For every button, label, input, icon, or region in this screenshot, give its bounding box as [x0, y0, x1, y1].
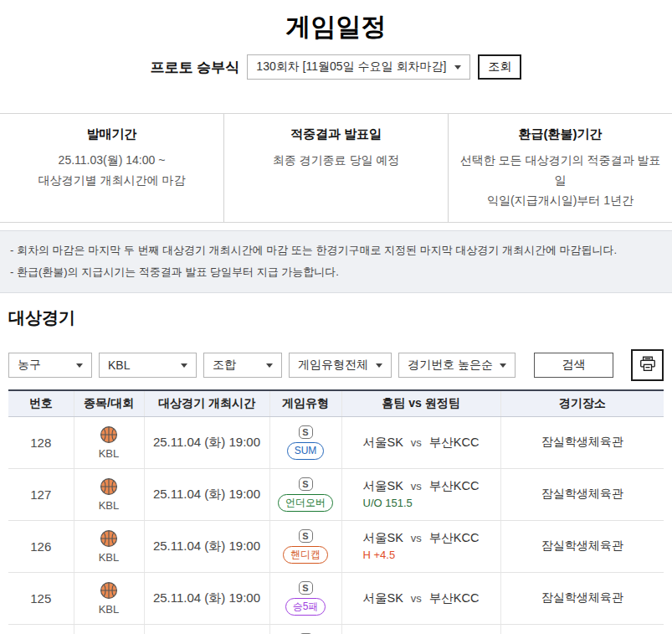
game-type-filter-value: 게임유형전체 — [298, 358, 368, 373]
sort-order-value: 경기번호 높은순 — [408, 358, 493, 373]
single-s-mark-icon: S — [299, 425, 313, 439]
basketball-icon — [100, 581, 118, 602]
venue: 잠실학생체육관 — [500, 572, 664, 624]
home-team: 서울SK — [363, 591, 403, 605]
game-type-filter-select[interactable]: 게임유형전체 — [289, 353, 392, 378]
info-panel-line: 25.11.03(월) 14:00 ~ — [7, 150, 217, 170]
info-panel-result-date: 적중결과 발표일 최종 경기종료 당일 예정 — [223, 114, 448, 222]
header-teams: 홈팀 vs 원정팀 — [341, 390, 500, 416]
filter-bar: 농구 KBL 조합 게임유형전체 경기번호 높은순 검색 — [8, 349, 664, 381]
game-number: 124 — [8, 624, 74, 634]
game-time: 25.11.04 (화) 19:00 — [144, 416, 269, 468]
game-time: 25.11.04 (화) 19:00 — [144, 624, 269, 634]
table-row: 127 KBL 25.11.04 (화) 19:00 S 언더오버 — [8, 468, 664, 520]
info-panel-line: 대상경기별 개최시간에 마감 — [7, 170, 217, 190]
info-panel-line: 선택한 모든 대상경기의 적중결과 발표일 — [455, 150, 665, 190]
table-row: 125 KBL 25.11.04 (화) 19:00 S 승5패 — [8, 572, 664, 624]
printer-icon — [639, 356, 656, 374]
combination-filter-select[interactable]: 조합 — [203, 353, 282, 378]
round-selector-bar: 프로토 승부식 130회차 [11월05일 수요일 회차마감] 조회 — [0, 54, 672, 80]
games-table: 번호 종목/대회 대상경기 개최시간 게임유형 홈팀 vs 원정팀 경기장소 1… — [8, 389, 664, 634]
game-type-badge: 핸디캡 — [283, 546, 328, 564]
vs-label: vs — [411, 480, 422, 492]
round-select[interactable]: 130회차 [11월05일 수요일 회차마감] — [247, 54, 470, 80]
info-panel-line: 익일(지급개시일)부터 1년간 — [455, 190, 665, 210]
league-label: KBL — [99, 552, 120, 563]
info-panel-title: 환급(환불)기간 — [455, 126, 665, 142]
notice-box: - 회차의 마감은 마지막 두 번째 대상경기 개최시간에 마감 또는 한경기구… — [0, 230, 672, 293]
notice-line: - 환급(환불)의 지급시기는 적중결과 발표 당일부터 지급 가능합니다. — [10, 261, 662, 283]
chevron-down-icon — [454, 65, 461, 70]
header-venue: 경기장소 — [500, 390, 664, 416]
single-s-mark-icon: S — [299, 529, 313, 543]
chevron-down-icon — [266, 363, 273, 368]
handicap-value: U/O 151.5 — [363, 497, 480, 509]
chevron-down-icon — [500, 363, 506, 368]
sport-filter-value: 농구 — [18, 358, 41, 373]
info-panel-refund-period: 환급(환불)기간 선택한 모든 대상경기의 적중결과 발표일 익일(지급개시일)… — [448, 114, 672, 222]
away-team: 부산KCC — [429, 479, 480, 492]
table-row: 124 KBL 25.11.04 (화) 19:00 S 일반 — [8, 624, 664, 634]
vs-label: vs — [411, 592, 422, 605]
home-team: 서울SK — [363, 479, 403, 492]
info-panel-line: 최종 경기종료 당일 예정 — [231, 150, 441, 170]
game-type-badge: SUM — [287, 442, 325, 460]
league-label: KBL — [99, 500, 120, 511]
chevron-down-icon — [76, 363, 83, 368]
away-team: 부산KCC — [429, 591, 480, 605]
chevron-down-icon — [376, 363, 382, 368]
game-number: 126 — [8, 520, 74, 572]
game-time: 25.11.04 (화) 19:00 — [144, 520, 269, 572]
combination-filter-value: 조합 — [213, 358, 236, 373]
page-title: 게임일정 — [0, 0, 672, 44]
league-label: KBL — [99, 448, 120, 459]
league-filter-select[interactable]: KBL — [99, 353, 197, 378]
game-type-badge: 승5패 — [285, 598, 326, 616]
notice-line: - 회차의 마감은 마지막 두 번째 대상경기 개최시간에 마감 또는 한경기구… — [10, 240, 662, 261]
single-s-mark-icon: S — [299, 581, 313, 595]
basketball-icon — [100, 529, 118, 550]
basketball-icon — [100, 477, 118, 498]
venue: 잠실학생체육관 — [500, 520, 664, 572]
basketball-icon — [100, 425, 118, 446]
venue: 잠실학생체육관 — [500, 468, 664, 520]
header-sport: 종목/대회 — [74, 390, 144, 416]
handicap-value: H +4.5 — [363, 549, 480, 561]
game-type-badge: 언더오버 — [278, 494, 333, 512]
round-select-value: 130회차 [11월05일 수요일 회차마감] — [256, 59, 446, 75]
info-strip: 발매기간 25.11.03(월) 14:00 ~ 대상경기별 개최시간에 마감 … — [0, 113, 672, 223]
info-panel-title: 적중결과 발표일 — [231, 126, 441, 142]
target-games-heading: 대상경기 — [8, 307, 672, 329]
table-row: 126 KBL 25.11.04 (화) 19:00 S 핸디캡 — [8, 520, 664, 572]
vs-label: vs — [411, 532, 422, 544]
game-number: 125 — [8, 572, 74, 624]
league-filter-value: KBL — [108, 358, 130, 372]
game-time: 25.11.04 (화) 19:00 — [144, 468, 269, 520]
sport-filter-select[interactable]: 농구 — [8, 353, 92, 378]
game-number: 128 — [8, 416, 74, 468]
header-number: 번호 — [8, 390, 74, 416]
info-panel-sale-period: 발매기간 25.11.03(월) 14:00 ~ 대상경기별 개최시간에 마감 — [0, 114, 223, 222]
single-s-mark-icon: S — [299, 477, 313, 491]
away-team: 부산KCC — [429, 531, 480, 544]
away-team: 부산KCC — [429, 436, 480, 449]
vs-label: vs — [411, 436, 422, 449]
game-number: 127 — [8, 468, 74, 520]
venue: 잠실학생체육관 — [500, 624, 664, 634]
round-selector-label: 프로토 승부식 — [151, 58, 240, 77]
header-time: 대상경기 개최시간 — [144, 390, 269, 416]
game-time: 25.11.04 (화) 19:00 — [144, 572, 269, 624]
inquiry-button[interactable]: 조회 — [478, 54, 521, 80]
table-row: 128 KBL 25.11.04 (화) 19:00 S SUM — [8, 416, 664, 468]
league-label: KBL — [99, 604, 120, 615]
print-button[interactable] — [631, 349, 664, 381]
header-game-type: 게임유형 — [269, 390, 341, 416]
info-panel-title: 발매기간 — [7, 126, 217, 142]
sort-order-select[interactable]: 경기번호 높은순 — [398, 353, 516, 378]
search-button[interactable]: 검색 — [534, 353, 613, 378]
chevron-down-icon — [181, 363, 187, 368]
table-header-row: 번호 종목/대회 대상경기 개최시간 게임유형 홈팀 vs 원정팀 경기장소 — [8, 390, 664, 416]
home-team: 서울SK — [363, 531, 403, 544]
venue: 잠실학생체육관 — [500, 416, 664, 468]
home-team: 서울SK — [363, 436, 403, 449]
